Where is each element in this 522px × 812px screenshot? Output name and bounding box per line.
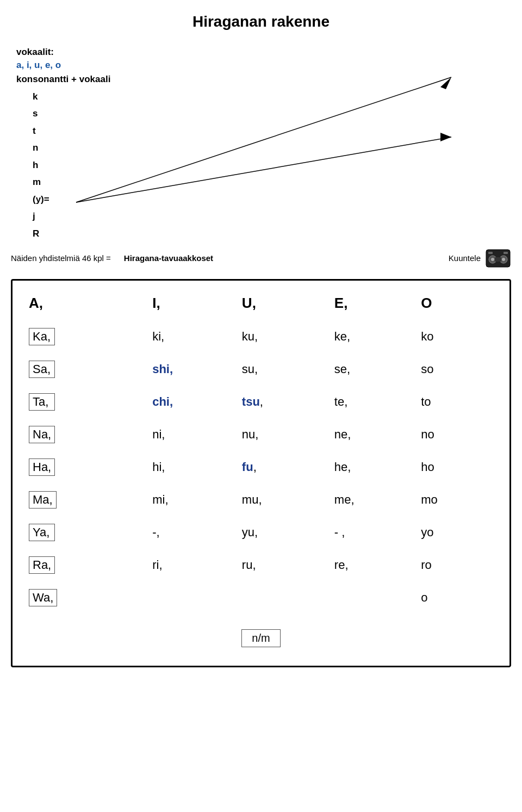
cell-yi: -, [152,516,242,549]
cell-shi: shi, [152,353,242,386]
cell-re: re, [334,549,421,581]
cell-ke: ke, [334,320,421,353]
cell-he: he, [334,451,421,484]
cell-ma: Ma, [29,484,152,516]
consonant-list: k s t n h m (y)= j R [33,88,54,242]
cell-ko: ko [421,320,493,353]
consonants-area: k s t n h m (y)= j R [33,88,506,242]
header-a: A, [29,286,152,320]
consonant-k: k [33,88,54,105]
consonant-m: m [33,173,54,190]
cell-me: me, [334,484,421,516]
table-row: Wa, o [29,581,493,614]
page-title: Hiraganan rakenne [0,0,522,47]
cell-mu: mu, [242,484,334,516]
table-row: Na, ni, nu, ne, no [29,418,493,451]
kuuntele-area[interactable]: Kuuntele [449,247,511,269]
cell-hi: hi, [152,451,242,484]
cell-ha: Ha, [29,451,152,484]
consonant-r: R [33,225,54,242]
cell-fu: fu, [242,451,334,484]
cell-ru: ru, [242,549,334,581]
header-e: E, [334,286,421,320]
cell-te: te, [334,386,421,418]
cell-mo: mo [421,484,493,516]
cell-se: se, [334,353,421,386]
cell-nu: nu, [242,418,334,451]
cell-tsu: tsu, [242,386,334,418]
cell-wo: o [421,581,493,614]
svg-point-7 [491,258,494,261]
cell-ku: ku, [242,320,334,353]
hiragana-table-wrapper: A, I, U, E, O Ka, ki, ku, ke, ko Sa, shi… [11,279,511,667]
arrow-diagram [71,61,506,213]
cell-ho: ho [421,451,493,484]
arrow-svg [71,61,506,213]
svg-rect-10 [488,252,493,254]
cell-mi: mi, [152,484,242,516]
cell-so: so [421,353,493,386]
table-row: Ha, hi, fu, he, ho [29,451,493,484]
cell-ta: Ta, [29,386,152,418]
intro-section: vokaalit: a, i, u, e, o konsonantti + vo… [0,47,522,242]
cell-yo: yo [421,516,493,549]
header-o: O [421,286,493,320]
cell-sa: Sa, [29,353,152,386]
cell-su: su, [242,353,334,386]
svg-line-0 [76,77,451,202]
cell-chi: chi, [152,386,242,418]
header-u: U, [242,286,334,320]
consonant-h: h [33,157,54,173]
cell-ka: Ka, [29,320,152,353]
vowels-label: vokaalit: [16,47,506,58]
table-row: Ma, mi, mu, me, mo [29,484,493,516]
bottom-info-line: Näiden yhdistelmiä 46 kpl = Hiragana-tav… [0,247,522,269]
hiragana-table: A, I, U, E, O Ka, ki, ku, ke, ko Sa, shi… [29,286,493,655]
consonant-s: s [33,105,54,122]
cell-ki: ki, [152,320,242,353]
consonant-n: n [33,139,54,156]
cell-we [334,581,421,614]
cassette-icon[interactable] [485,247,511,269]
kuuntele-label: Kuuntele [449,253,481,263]
consonant-y: (y)= j [33,191,54,225]
cell-ro: ro [421,549,493,581]
table-row: Ra, ri, ru, re, ro [29,549,493,581]
cell-ri: ri, [152,549,242,581]
nm-cell: n/m [29,614,493,655]
cell-na: Na, [29,418,152,451]
cell-wa: Wa, [29,581,152,614]
cell-wi [152,581,242,614]
svg-rect-11 [504,252,508,254]
cell-ni: ni, [152,418,242,451]
svg-point-8 [502,258,505,261]
svg-marker-3 [440,133,451,141]
cell-to: to [421,386,493,418]
consonant-t: t [33,122,54,139]
header-i: I, [152,286,242,320]
svg-line-2 [76,137,451,202]
table-header-row: A, I, U, E, O [29,286,493,320]
nm-box: n/m [241,629,280,647]
cell-ye: - , [334,516,421,549]
cell-yu: yu, [242,516,334,549]
cell-no: no [421,418,493,451]
cell-ya: Ya, [29,516,152,549]
nm-row: n/m [29,614,493,655]
table-row: Ta, chi, tsu, te, to [29,386,493,418]
info-text-2: Hiragana-tavuaakkoset [124,253,213,263]
cell-ra: Ra, [29,549,152,581]
table-row: Ya, -, yu, - , yo [29,516,493,549]
svg-rect-9 [495,257,501,262]
cell-ne: ne, [334,418,421,451]
info-text-1: Näiden yhdistelmiä 46 kpl = [11,253,111,263]
table-row: Ka, ki, ku, ke, ko [29,320,493,353]
table-row: Sa, shi, su, se, so [29,353,493,386]
cell-wu [242,581,334,614]
